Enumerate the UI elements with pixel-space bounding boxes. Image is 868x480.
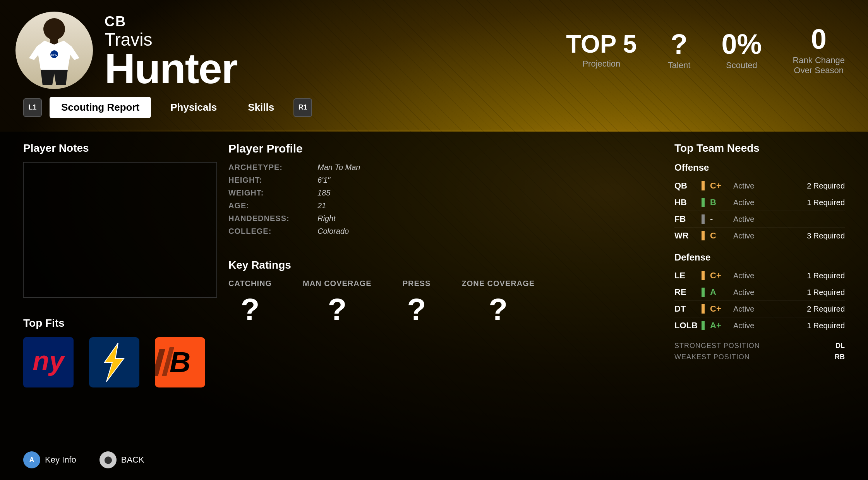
value-handedness: Right [317,214,663,223]
status-le: Active [733,271,803,280]
pos-qb: QB [674,181,698,191]
key-ratings-section: Key Ratings CATCHING ? MAN COVERAGE ? PR… [228,259,663,327]
pos-wr: WR [674,231,698,241]
pos-dt: DT [674,304,698,314]
status-dt: Active [733,305,803,314]
strongest-weakest: STRONGEST POSITION DL WEAKEST POSITION R… [674,342,845,361]
ratings-row: CATCHING ? MAN COVERAGE ? PRESS ? ZONE C… [228,279,663,327]
rank-change-stat: 0 Rank ChangeOver Season [793,25,845,76]
scouted-label: Scouted [726,60,757,70]
value-archetype: Man To Man [317,163,663,172]
grade-qb: C+ [710,181,729,191]
scouted-value: 0% [721,30,762,58]
footer: A Key Info ⬤ BACK [23,451,144,468]
team-logos: ny [23,337,217,387]
svg-point-0 [43,18,65,40]
scouted-stat: 0% Scouted [721,30,762,70]
player-notes-title: Player Notes [23,142,217,154]
value-age: 21 [317,201,663,210]
pos-re: RE [674,287,698,297]
player-notes-area [23,162,217,298]
label-height: HEIGHT: [228,176,306,185]
strongest-label: STRONGEST POSITION [674,342,832,350]
projection-value: TOP 5 [566,32,637,57]
talent-stat: ? Talent [668,30,691,70]
rating-catching-value: ? [241,292,260,327]
grade-bar-hb [702,198,705,207]
grade-bar-dt [702,304,705,314]
rating-zone-coverage-value: ? [489,292,508,327]
tab-scouting-report[interactable]: Scouting Report [50,97,151,118]
rating-zone-coverage: ZONE COVERAGE ? [461,279,535,327]
label-archetype: ARCHETYPE: [228,163,306,172]
tab-physicals[interactable]: Physicals [159,97,228,118]
tab-skills[interactable]: Skills [236,97,286,118]
divider [23,130,845,130]
needs-row-re: RE A Active 1 Required [674,284,845,301]
grade-bar-qb [702,181,705,190]
back-icon: ⬤ [99,451,117,468]
nav-left-button[interactable]: L1 [23,98,42,117]
profile-title: Player Profile [228,142,663,155]
nav-right-button[interactable]: R1 [293,98,312,117]
needs-row-le: LE C+ Active 1 Required [674,267,845,284]
strongest-value: DL [835,342,845,350]
grade-re: A [710,287,729,297]
needs-row-hb: HB B Active 1 Required [674,194,845,211]
player-last-name: Hunter [105,49,237,87]
grade-bar-re [702,288,705,297]
needs-row-wr: WR C Active 3 Required [674,228,845,244]
rank-change-label: Rank ChangeOver Season [793,55,845,76]
needs-row-dt: DT C+ Active 2 Required [674,301,845,317]
value-college: Colorado [317,227,663,236]
rating-press: PRESS ? [403,279,431,327]
rating-press-label: PRESS [403,279,431,288]
grade-bar-fb [702,214,705,224]
defense-label: Defense [674,252,845,263]
top-fits-title: Top Fits [23,317,217,329]
talent-value: ? [671,30,688,58]
pos-lolb: LOLB [674,321,698,331]
value-weight: 185 [317,189,663,197]
team-logo-nyg: ny [23,337,74,387]
key-ratings-title: Key Ratings [228,259,663,271]
player-profile-section: Player Profile ARCHETYPE: Man To Man HEI… [228,142,663,236]
grade-wr: C [710,231,729,241]
right-panel: Top Team Needs Offense QB C+ Active 2 Re… [674,142,845,387]
label-weight: WEIGHT: [228,189,306,197]
grade-lolb: A+ [710,321,729,331]
middle-panel: Player Profile ARCHETYPE: Man To Man HEI… [228,142,663,387]
grade-bar-lolb [702,321,705,330]
nyg-logo: ny [23,337,74,387]
status-re: Active [733,288,803,297]
status-qb: Active [733,182,803,190]
grade-dt: C+ [710,304,729,314]
top-team-needs-title: Top Team Needs [674,142,845,154]
rating-man-coverage: MAN COVERAGE ? [303,279,372,327]
grade-fb: - [710,214,729,224]
required-le: 1 Required [807,271,845,280]
back-icon-label: ⬤ [104,456,112,464]
needs-row-fb: FB - Active [674,211,845,228]
required-dt: 2 Required [807,305,845,314]
left-panel: Player Notes Top Fits ny [23,142,217,387]
offense-label: Offense [674,162,845,173]
pos-hb: HB [674,197,698,207]
rating-catching: CATCHING ? [228,279,272,327]
header-stats: TOP 5 Projection ? Talent 0% Scouted 0 R… [566,25,845,76]
key-info-button[interactable]: A Key Info [23,451,76,468]
label-handedness: HANDEDNESS: [228,214,306,223]
talent-label: Talent [668,60,691,70]
status-hb: Active [733,198,803,207]
projection-label: Projection [582,59,620,69]
status-wr: Active [733,231,803,240]
weakest-row: WEAKEST POSITION RB [674,353,845,361]
grade-le: C+ [710,271,729,281]
key-info-icon-label: A [29,456,34,464]
rating-press-value: ? [407,292,426,327]
required-lolb: 1 Required [807,321,845,330]
grade-bar-le [702,271,705,280]
back-button[interactable]: ⬤ BACK [99,451,144,468]
needs-row-lolb: LOLB A+ Active 1 Required [674,317,845,334]
label-age: AGE: [228,201,306,210]
